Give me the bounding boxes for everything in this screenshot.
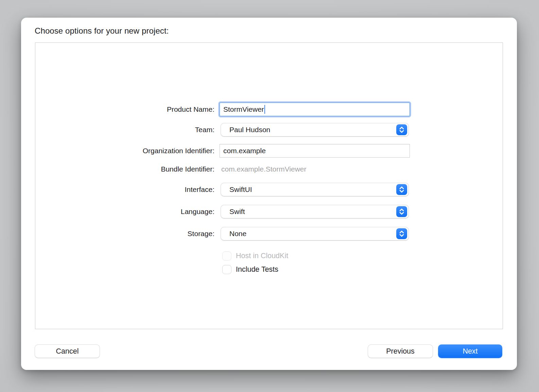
include-tests-label: Include Tests [236,265,278,274]
storage-select[interactable]: None [221,227,409,240]
cancel-button[interactable]: Cancel [35,344,100,358]
interface-label: Interface: [35,183,214,196]
storage-selected-value: None [221,230,408,238]
interface-row: Interface: SwiftUI [35,183,503,196]
product-name-label: Product Name: [35,103,214,116]
host-in-cloudkit-label: Host in CloudKit [236,252,288,260]
team-label: Team: [35,123,214,137]
product-name-input[interactable]: StormViewer [220,103,410,116]
organization-identifier-label: Organization Identifier: [35,144,214,158]
storage-row: Storage: None [35,227,503,240]
options-panel: Product Name: StormViewer Team: Paul Hud… [35,42,503,329]
language-row: Language: Swift [35,205,503,218]
host-in-cloudkit-row: Host in CloudKit [222,251,288,261]
next-button[interactable]: Next [438,344,502,358]
language-selected-value: Swift [221,208,408,216]
organization-identifier-input[interactable] [220,144,410,158]
bundle-identifier-value: com.example.StormViewer [221,162,307,176]
host-in-cloudkit-checkbox [222,251,231,261]
text-cursor [264,105,265,114]
include-tests-checkbox[interactable] [222,265,231,274]
product-name-value: StormViewer [223,105,264,113]
language-select[interactable]: Swift [221,205,409,218]
chevron-updown-icon [396,228,407,239]
team-selected-value: Paul Hudson [221,126,408,134]
team-select[interactable]: Paul Hudson [221,123,409,137]
storage-label: Storage: [35,227,214,240]
dialog-title: Choose options for your new project: [35,26,169,36]
bundle-identifier-row: Bundle Identifier: com.example.StormView… [35,162,503,176]
product-name-row: Product Name: StormViewer [35,103,503,116]
previous-button[interactable]: Previous [368,344,433,358]
chevron-updown-icon [396,184,407,195]
interface-select[interactable]: SwiftUI [221,183,409,196]
dialog-footer: Cancel Previous Next [35,344,502,358]
include-tests-row: Include Tests [222,265,278,274]
bundle-identifier-label: Bundle Identifier: [35,162,214,176]
chevron-updown-icon [396,124,407,135]
chevron-updown-icon [396,206,407,217]
team-row: Team: Paul Hudson [35,123,503,137]
organization-identifier-row: Organization Identifier: [35,144,503,158]
language-label: Language: [35,205,214,218]
new-project-options-dialog: Choose options for your new project: Pro… [21,18,517,370]
interface-selected-value: SwiftUI [221,185,408,194]
